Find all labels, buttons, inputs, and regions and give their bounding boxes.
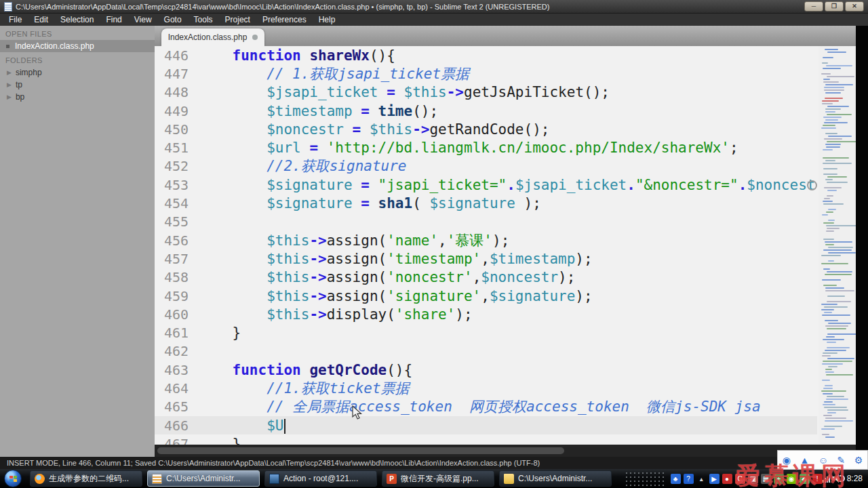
code-line-456[interactable]: 456 $this->assign('name','慕课'); [155, 231, 817, 249]
code-line-462[interactable]: 462 [155, 342, 817, 361]
code-line-461[interactable]: 461 } [155, 323, 817, 342]
network-signal-icon[interactable] [823, 474, 832, 483]
minimap-line [828, 252, 856, 253]
line-number: 447 [155, 66, 198, 82]
code-line-465[interactable]: 465 // 全局票据access_token 网页授权access_token… [155, 398, 817, 416]
taskbar-button[interactable]: P微信开发-高级篇.pp... [382, 470, 494, 487]
pencil-icon[interactable]: ✎ [837, 455, 845, 465]
minimap-line [821, 390, 846, 392]
menu-project[interactable]: Project [219, 14, 256, 26]
minimap-line [827, 190, 837, 191]
folder-arrow-icon[interactable]: ▶ [7, 94, 12, 100]
folder-icon [504, 474, 514, 484]
menu-view[interactable]: View [128, 14, 158, 26]
menu-tools[interactable]: Tools [188, 14, 219, 26]
help-icon[interactable]: ? [684, 474, 694, 484]
show-hidden-icon[interactable]: ▴ [696, 474, 707, 484]
capture-icon[interactable]: C [735, 474, 745, 484]
security-shield-icon[interactable]: ◆ [800, 474, 810, 484]
minimap-line [828, 220, 835, 221]
code-line-459[interactable]: 459 $this->assign('signature',$signature… [155, 287, 817, 305]
powerpoint-icon: P [387, 474, 397, 484]
code-editor[interactable]: 446 function shareWx(){447 // 1.获取jsapi_… [155, 46, 817, 445]
minimap-line [827, 76, 854, 77]
taskbar-button[interactable]: C:\Users\Administr... [499, 470, 612, 487]
menu-selection[interactable]: Selection [54, 14, 100, 26]
media-player-icon[interactable]: ▶ [709, 474, 719, 484]
code-line-463[interactable]: 463 function getQrCode(){ [155, 361, 817, 379]
menu-find[interactable]: Find [100, 14, 127, 26]
sidebar-folder-tp[interactable]: ▶tp [0, 79, 155, 91]
minimap-line [826, 146, 840, 148]
code-line-454[interactable]: 454 $signature = sha1( $signature ); [155, 194, 817, 212]
code-line-451[interactable]: 451 $url = 'http://bd.liangmlk.cn/imooc.… [155, 138, 817, 157]
sidebar-folder-simphp[interactable]: ▶simphp [0, 66, 155, 79]
horizontal-scrollbar[interactable] [155, 445, 856, 457]
smiley-icon[interactable]: ☺ [818, 455, 828, 465]
minimap-line [824, 122, 847, 123]
tab-state-dot-icon [252, 35, 258, 40]
code-line-452[interactable]: 452 //2.获取signature [155, 157, 817, 176]
sidebar-folder-bp[interactable]: ▶bp [0, 91, 155, 103]
line-number: 452 [155, 158, 198, 174]
line-number: 453 [155, 177, 198, 193]
code-line-466[interactable]: 466 $U [155, 416, 817, 434]
tab-label: IndexAction.class.php [168, 33, 248, 42]
line-number: 455 [155, 214, 198, 230]
code-line-449[interactable]: 449 $timestamp = time(); [155, 102, 817, 120]
menu-help[interactable]: Help [313, 14, 342, 26]
taskbar-button[interactable]: 生成带参数的二维码... [30, 470, 142, 487]
volume-icon[interactable] [832, 474, 843, 483]
taskbar-button[interactable]: Action - root@121.... [264, 470, 377, 487]
close-file-icon[interactable] [6, 45, 9, 48]
pet-paw-icon[interactable]: ♣ [671, 474, 681, 484]
code-line-467[interactable]: 467 } [155, 434, 817, 445]
code-line-460[interactable]: 460 $this->display('share'); [155, 305, 817, 323]
battery-alert-icon[interactable]: ! [812, 474, 823, 484]
code-line-457[interactable]: 457 $this->assign('timestamp',$timestamp… [155, 249, 817, 268]
minimap[interactable] [818, 46, 856, 445]
settings-gear-icon[interactable]: ⚙ [854, 455, 863, 465]
minimap-line [826, 65, 852, 66]
code-line-458[interactable]: 458 $this->assign('noncestr',$noncestr); [155, 268, 817, 287]
menu-edit[interactable]: Edit [28, 14, 54, 26]
taskbar-button-label: 生成带参数的二维码... [49, 473, 129, 485]
start-button[interactable] [4, 470, 22, 487]
minimap-line [823, 149, 833, 150]
folder-arrow-icon[interactable]: ▶ [7, 81, 12, 88]
restore-button[interactable]: ❐ [825, 1, 844, 12]
code-line-447[interactable]: 447 // 1.获取jsapi_ticket票据 [155, 64, 817, 83]
screen-record-icon[interactable]: ● [722, 474, 732, 484]
code-text: $url = 'http://bd.liangmlk.cn/imooc.php/… [198, 140, 817, 156]
ime-keyboard-icon[interactable]: ▦ [761, 474, 771, 484]
minimap-line [828, 260, 834, 262]
tab-indexaction[interactable]: IndexAction.class.php [161, 28, 264, 46]
menu-file[interactable]: File [3, 14, 28, 26]
minimap-line [827, 141, 856, 142]
code-line-455[interactable]: 455 [155, 213, 817, 231]
shapes-icon[interactable]: ▲ [800, 455, 809, 465]
folders-header: FOLDERS [0, 52, 155, 66]
taskbar-button[interactable]: C:\Users\Administr... [147, 470, 260, 487]
code-line-453[interactable]: 453 $signature = "jsapi_ticket=".$jsapi_… [155, 176, 817, 194]
taskbar: 生成带参数的二维码...C:\Users\Administr...Action … [0, 469, 868, 488]
code-line-450[interactable]: 450 $noncestr = $this->getRandCode(); [155, 120, 817, 138]
code-line-448[interactable]: 448 $jsapi_ticket = $this->getJsApiTicke… [155, 83, 817, 102]
menu-preferences[interactable]: Preferences [256, 14, 313, 26]
code-line-446[interactable]: 446 function shareWx(){ [155, 46, 817, 64]
menu-goto[interactable]: Goto [158, 14, 188, 26]
minimap-line [826, 225, 856, 226]
capture-icon[interactable]: ◉ [783, 455, 791, 465]
close-button[interactable]: ✕ [845, 1, 864, 12]
open-file-item[interactable]: IndexAction.class.php [0, 40, 155, 52]
tray-clock[interactable]: 8:28 [847, 474, 863, 483]
nvidia-icon[interactable]: ◉ [787, 474, 797, 484]
code-line-464[interactable]: 464 //1.获取ticket票据 [155, 379, 817, 397]
horizontal-scrollbar-thumb[interactable] [157, 447, 564, 454]
minimap-line [822, 214, 828, 216]
folder-arrow-icon[interactable]: ▶ [7, 69, 12, 76]
minimize-button[interactable]: ─ [804, 1, 823, 12]
battery-saver-icon[interactable]: + [774, 474, 784, 484]
minimap-line [827, 106, 848, 107]
cam-icon[interactable]: ▣ [748, 474, 758, 484]
